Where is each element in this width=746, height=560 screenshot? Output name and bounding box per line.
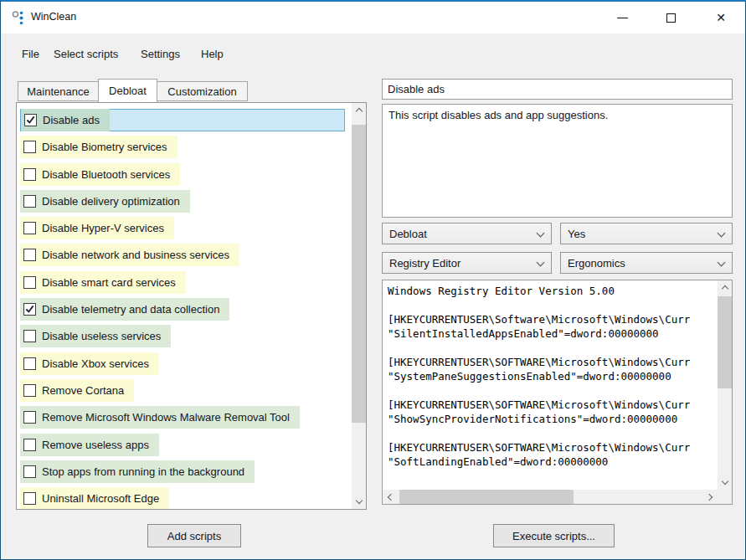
script-checkbox[interactable] <box>23 465 36 478</box>
scrollbar-thumb[interactable] <box>718 296 732 388</box>
script-highlight: Disable Xbox services <box>20 352 159 375</box>
script-checkbox[interactable] <box>23 141 36 153</box>
script-item[interactable]: Disable Bluetooth services <box>20 163 345 186</box>
recommended-dropdown[interactable]: Yes <box>560 223 733 244</box>
script-checkbox[interactable] <box>23 276 36 289</box>
maximize-button[interactable] <box>653 5 688 30</box>
script-description-input[interactable]: This script disables ads and app suggest… <box>382 104 733 218</box>
script-item[interactable]: Disable ads <box>20 109 345 131</box>
add-scripts-button[interactable]: Add scripts <box>147 524 241 547</box>
script-checkbox[interactable] <box>23 439 36 451</box>
script-item[interactable]: Disable Hyper-V services <box>20 217 345 239</box>
code-vertical-scrollbar[interactable] <box>718 280 732 490</box>
scroll-up-button[interactable] <box>352 103 366 117</box>
script-checkbox[interactable] <box>23 357 36 370</box>
menu-select-scripts[interactable]: Select scripts <box>54 48 118 60</box>
title-bar: WinClean ✕ <box>1 2 745 33</box>
script-checkbox[interactable] <box>23 492 36 505</box>
script-highlight: Remove Cortana <box>20 379 134 402</box>
chevron-left-icon <box>388 493 394 500</box>
script-label: Disable Biometry services <box>42 141 167 153</box>
chevron-down-icon <box>537 229 545 238</box>
script-highlight: Disable Biometry services <box>20 136 177 158</box>
script-highlight: Disable ads <box>21 109 110 131</box>
script-checkbox[interactable] <box>24 114 37 126</box>
script-label: Remove useless apps <box>42 439 149 451</box>
tab-customization[interactable]: Customization <box>157 81 248 101</box>
list-vertical-scrollbar[interactable] <box>352 103 366 509</box>
tab-maintenance[interactable]: Maintenance <box>18 81 99 101</box>
script-checkbox[interactable] <box>23 168 36 181</box>
script-item[interactable]: Disable Biometry services <box>20 136 345 158</box>
scroll-up-button[interactable] <box>718 280 732 295</box>
script-item[interactable]: Remove Cortana <box>20 379 345 402</box>
scroll-right-button[interactable] <box>703 490 718 504</box>
chevron-down-icon <box>718 259 726 267</box>
scroll-left-button[interactable] <box>383 490 397 504</box>
code-line <box>388 383 718 398</box>
recommended-value: Yes <box>568 228 585 240</box>
close-button[interactable]: ✕ <box>703 5 738 30</box>
minimize-button[interactable] <box>605 5 640 30</box>
script-code-editor[interactable]: Windows Registry Editor Version 5.00[HKE… <box>382 280 733 505</box>
close-icon: ✕ <box>716 12 726 23</box>
tab-debloat[interactable]: Debloat <box>98 79 157 102</box>
script-label: Disable telemetry and data collection <box>42 303 219 316</box>
script-item[interactable]: Disable smart card services <box>20 271 345 294</box>
script-label: Disable useless services <box>42 330 161 342</box>
checkmark-icon <box>25 305 34 314</box>
host-dropdown[interactable]: Registry Editor <box>382 252 552 274</box>
script-item[interactable]: Disable delivery optimization <box>20 190 345 213</box>
script-label: Disable ads <box>43 114 100 126</box>
chevron-down-icon <box>718 229 726 238</box>
script-item[interactable]: Disable network and business services <box>20 244 345 266</box>
script-label: Disable network and business services <box>42 249 229 261</box>
script-checkbox[interactable] <box>23 411 36 424</box>
script-item[interactable]: Remove Microsoft Windows Malware Removal… <box>20 406 345 429</box>
menu-help[interactable]: Help <box>201 48 224 60</box>
script-checkbox[interactable] <box>23 222 36 234</box>
scrollbar-thumb[interactable] <box>399 490 574 504</box>
code-horizontal-scrollbar[interactable] <box>383 490 718 504</box>
code-line: [HKEYCURRENTUSER\Software\Microsoft\Wind… <box>388 312 718 326</box>
script-checkbox[interactable] <box>23 303 36 316</box>
scroll-down-button[interactable] <box>352 495 366 509</box>
chevron-down-icon <box>537 259 545 267</box>
host-value: Registry Editor <box>389 257 460 270</box>
script-highlight: Remove Microsoft Windows Malware Removal… <box>20 406 300 429</box>
script-item[interactable]: Disable Xbox services <box>20 352 345 375</box>
script-checkbox[interactable] <box>23 330 36 342</box>
script-checkbox[interactable] <box>23 249 36 261</box>
script-highlight: Stop apps from running in the background <box>20 460 255 483</box>
chevron-right-icon <box>706 493 713 500</box>
code-line: Windows Registry Editor Version 5.00 <box>388 284 718 298</box>
impact-dropdown[interactable]: Ergonomics <box>560 252 733 274</box>
chevron-up-icon <box>721 285 728 292</box>
script-label: Remove Microsoft Windows Malware Removal… <box>42 411 290 424</box>
script-item[interactable]: Remove useless apps <box>20 434 345 456</box>
script-item[interactable]: Disable useless services <box>20 325 345 347</box>
script-item[interactable]: Uninstall Microsoft Edge <box>20 487 345 509</box>
code-line: "ShowSyncProviderNotifications"=dword:00… <box>388 412 718 426</box>
execute-scripts-button[interactable]: Execute scripts... <box>493 524 615 547</box>
script-item[interactable]: Disable telemetry and data collection <box>20 298 345 321</box>
menu-settings[interactable]: Settings <box>141 48 180 60</box>
scroll-down-button[interactable] <box>718 475 732 490</box>
code-text[interactable]: Windows Registry Editor Version 5.00[HKE… <box>383 280 718 490</box>
script-name-input[interactable]: Disable ads <box>382 79 733 100</box>
scrollbar-corner <box>718 490 732 504</box>
script-item[interactable]: Stop apps from running in the background <box>20 460 345 483</box>
script-highlight: Disable telemetry and data collection <box>20 298 229 321</box>
script-checkbox[interactable] <box>23 195 36 208</box>
code-line: [HKEYCURRENTUSER\SOFTWARE\Microsoft\Wind… <box>388 398 718 412</box>
script-rows: Disable adsDisable Biometry servicesDisa… <box>17 103 352 509</box>
script-checkbox[interactable] <box>23 384 36 397</box>
menu-file[interactable]: File <box>22 48 39 60</box>
script-label: Disable Xbox services <box>42 357 149 370</box>
script-highlight: Disable delivery optimization <box>20 190 190 213</box>
code-line: "SoftLandingEnabled"=dword:00000000 <box>388 455 718 469</box>
script-highlight: Disable Hyper-V services <box>20 217 174 239</box>
scrollbar-thumb[interactable] <box>352 125 366 423</box>
category-dropdown[interactable]: Debloat <box>382 223 552 244</box>
script-label: Disable Hyper-V services <box>42 222 164 234</box>
